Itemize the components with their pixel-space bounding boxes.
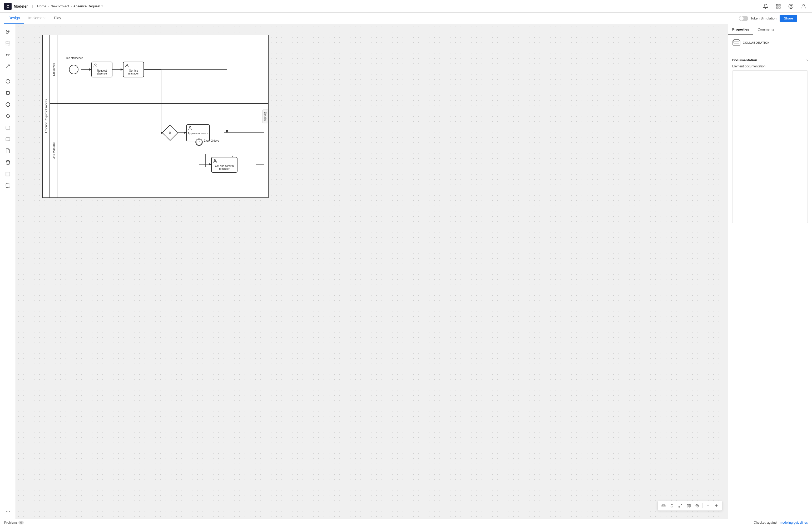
anchor-button[interactable] [668,502,676,509]
group-tool[interactable] [3,180,13,191]
tab-implement[interactable]: Implement [24,13,50,24]
canvas-toolbar: − + [657,501,723,511]
lane-employee-text: Employee [52,63,55,76]
svg-rect-26 [6,184,10,188]
sidebar-tools [0,24,16,518]
navtabs-right: Token Simulation Share ⋮ [739,15,808,22]
svg-point-27 [6,511,6,512]
breadcrumb-home[interactable]: Home [37,4,46,8]
get-line-manager-label: Get line manager [125,69,143,75]
canvas-area[interactable]: Absence Request Process Employee Line Ma… [16,24,728,518]
more-options-button[interactable]: ⋮ [800,15,808,22]
navtabs: Design Implement Play Token Simulation S… [0,13,812,24]
canvas-toolbar-sep [702,503,703,508]
subprocess-tool[interactable] [3,134,13,145]
data-object-tool[interactable] [3,146,13,156]
svg-rect-1 [779,4,780,6]
start-event-tool[interactable] [3,76,13,87]
svg-rect-24 [6,172,10,176]
share-button[interactable]: Share [780,15,797,22]
notifications-button[interactable] [762,2,770,11]
task-tool[interactable] [3,122,13,133]
pool-tool[interactable] [3,169,13,179]
gateway-icon: × [169,130,172,135]
documentation-section-header: Documentation › [732,55,808,64]
svg-point-6 [803,4,804,6]
tool-sep1 [4,74,12,74]
confirm-reminder-task[interactable]: Get and confirm reminder [211,157,237,173]
tab-properties[interactable]: Properties [728,24,753,35]
app-name: Modeler [14,4,28,9]
lane-manager-label: Line Manager [50,104,57,198]
bpmn-diagram[interactable]: Absence Request Process Employee Line Ma… [42,35,269,198]
svg-point-62 [696,505,699,507]
pool-label-text: Absence Request Process [44,99,48,133]
lane-manager-text: Line Manager [52,142,55,159]
svg-point-29 [9,511,10,512]
breadcrumb: Home › New Project › Absence Request ▾ [37,4,103,8]
documentation-chevron[interactable]: › [807,58,808,62]
confirm-reminder-label: Get and confirm reminder [213,164,236,170]
checked-against-label: Checked against [754,521,777,524]
intermediate-event-tool[interactable] [3,88,13,98]
tab-comments[interactable]: Comments [753,24,778,35]
svg-rect-49 [662,505,665,507]
svg-point-28 [8,511,8,512]
element-documentation-input[interactable] [732,70,808,223]
breadcrumb-sep1: › [48,4,49,8]
breadcrumb-current[interactable]: Absence Request ▾ [73,4,103,8]
plus-icon: + [715,503,718,508]
pool-label: Absence Request Process [43,35,50,198]
documentation-title: Documentation [732,58,757,62]
panel-tabs: Properties Comments [728,24,812,35]
svg-line-58 [679,506,680,507]
app-logo[interactable]: C Modeler [4,3,28,10]
details-tab[interactable]: Details [262,109,268,123]
user-button[interactable] [799,2,808,11]
svg-rect-18 [6,126,10,129]
more-tools-button[interactable] [3,506,13,516]
collab-title: COLLABORATION [743,41,770,44]
recenter-button[interactable] [694,502,701,509]
approve-absence-label: Approve absence [188,132,208,135]
breadcrumb-project[interactable]: New Project [50,4,69,8]
svg-point-48 [214,159,216,161]
zoom-in-button[interactable]: + [713,502,720,509]
keyboard-shortcuts-button[interactable] [660,502,667,509]
svg-point-15 [6,91,10,94]
end-event-tool[interactable] [3,99,13,110]
approve-absence-icon [188,126,192,131]
data-store-tool[interactable] [3,157,13,168]
minus-icon: − [707,503,710,508]
timer-event[interactable] [195,138,203,146]
tab-play[interactable]: Play [50,13,65,24]
hand-tool[interactable] [3,26,13,37]
svg-rect-3 [779,6,780,8]
tab-design[interactable]: Design [4,13,24,24]
grid-button[interactable] [774,2,783,11]
token-simulation-toggle[interactable]: Token Simulation [739,16,777,21]
get-line-manager-task[interactable]: Get line manager [123,62,144,77]
start-event-label: Time off needed [64,56,83,60]
zoom-out-button[interactable]: − [704,502,712,509]
right-panel: Properties Comments COLLABORATION Docume… [728,24,812,518]
breadcrumb-sep2: › [71,4,72,8]
svg-point-16 [6,103,10,107]
statusbar-right: Checked against modeling guidelines [754,521,808,524]
arrow-tool[interactable] [3,61,13,72]
minimap-button[interactable] [685,502,693,509]
gateway-tool[interactable] [3,111,13,121]
help-button[interactable] [787,2,795,11]
confirm-reminder-icon [213,159,217,164]
start-event[interactable] [69,65,78,74]
fit-view-button[interactable] [677,502,684,509]
main-content: Absence Request Process Employee Line Ma… [0,24,812,518]
guidelines-link[interactable]: modeling guidelines [780,521,808,524]
create-tool[interactable] [3,38,13,48]
svg-point-55 [671,504,672,505]
lane-employee: Employee [50,35,268,104]
toggle-switch[interactable] [739,16,748,21]
topbar-right [762,2,808,11]
connect-tool[interactable] [3,49,13,60]
request-absence-task[interactable]: Request absence [91,62,113,77]
